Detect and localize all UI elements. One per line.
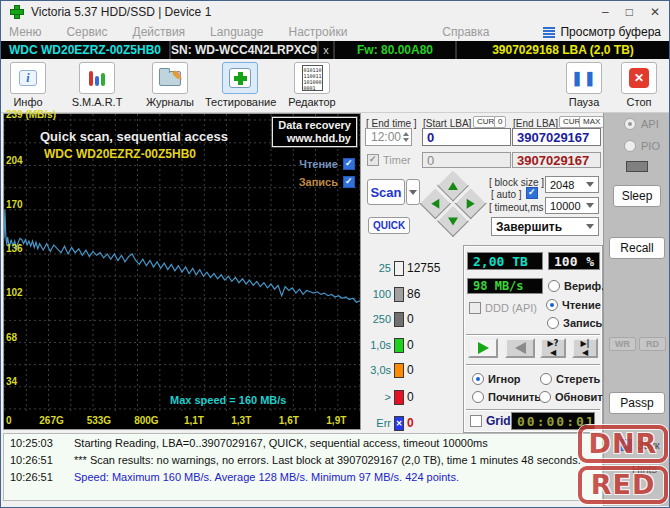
down-arrow-icon [448, 217, 458, 225]
recall-button[interactable]: Recall [609, 237, 665, 259]
menu-item-actions[interactable]: Действия [133, 25, 186, 39]
back-button[interactable] [505, 338, 535, 358]
y-axis-tick: 136 [6, 243, 23, 254]
start-lba-zero-button[interactable]: 0 [494, 116, 506, 128]
erase-radio-row: Стереть [540, 373, 600, 385]
menu-item-language[interactable]: Language [210, 25, 263, 39]
speed-lcd: 98 MB/s [467, 278, 543, 294]
end-time-spinner[interactable]: 12:00 [365, 128, 412, 146]
auto-checkbox[interactable] [526, 187, 538, 199]
api-radio[interactable] [624, 118, 636, 130]
log-panel[interactable]: 10:25:03Starting Reading, LBA=0..3907029… [3, 433, 603, 501]
after-scan-action-select[interactable]: Завершить [491, 217, 599, 236]
x-axis-tick: 1,1T [184, 415, 204, 426]
repair-radio[interactable] [472, 391, 484, 403]
smart-label: S.M.A.R.T [72, 96, 123, 108]
repair-radio-row: Починить [472, 391, 541, 403]
verify-radio[interactable] [548, 280, 560, 292]
y-axis-tick: 239 (MB/s) [6, 109, 56, 120]
log-message: Starting Reading, LBA=0..3907029167, QUI… [74, 437, 488, 449]
menu-item-settings[interactable]: Настройки [289, 25, 348, 39]
write-mode-label: Запись [563, 317, 602, 329]
read-radio-row: Чтение [546, 299, 601, 311]
logs-label: Журналы [146, 96, 194, 108]
left-arrow-icon [431, 198, 439, 208]
read-checkbox[interactable] [343, 158, 355, 170]
quick-button[interactable]: QUICK [368, 217, 410, 234]
counter-label: 100 [365, 288, 391, 300]
grid-checkbox[interactable] [470, 415, 482, 427]
counter-label: 25 [365, 262, 391, 274]
scan-button[interactable]: Scan [367, 179, 405, 205]
divider [466, 364, 600, 366]
auto-label: [ auto ] [491, 189, 522, 200]
editor-button[interactable]: 010110 110011 101000 0001 Редактор [283, 62, 341, 108]
write-radio[interactable] [547, 317, 559, 329]
divider [466, 334, 600, 336]
read-radio[interactable] [546, 299, 558, 311]
y-axis-tick: 170 [6, 199, 23, 210]
stop-button[interactable]: ✕ Стоп [614, 62, 664, 108]
latency-block-icon [394, 363, 404, 378]
refresh-radio[interactable] [539, 391, 551, 403]
buffer-list-icon [543, 27, 555, 38]
ignore-label: Игнор [488, 373, 521, 385]
x-axis-tick: 1,6T [279, 415, 299, 426]
timer-checkbox[interactable] [367, 154, 379, 166]
menu-item-service[interactable]: Сервис [66, 25, 107, 39]
counter-label: Err [365, 417, 391, 429]
info-label: Инфо [13, 96, 42, 108]
counter-value: 0 [407, 390, 414, 404]
toolbar: i Инфо S.M.A.R.T ✎ Журналы Тестирование … [1, 59, 669, 113]
ignore-radio[interactable] [472, 373, 484, 385]
latency-counter-row: 2500 [365, 311, 414, 327]
x-axis-tick: 267G [39, 415, 63, 426]
write-label: Запись [299, 176, 338, 188]
error-block-icon: ✕ [394, 416, 404, 431]
end-lba-max-button[interactable]: MAX [579, 116, 604, 128]
block-size-select[interactable]: 2048 [545, 176, 599, 193]
log-row: 10:26:51Speed: Maximum 160 MB/s. Average… [4, 468, 602, 485]
ddd-checkbox[interactable] [469, 302, 481, 314]
start-lba-input[interactable]: 0 [422, 128, 511, 146]
maximize-button[interactable]: □ [626, 5, 633, 19]
right-sidebar: API PIO Sleep Recall WR RD Passp Звук Hi… [603, 113, 669, 506]
api-label: API [641, 118, 659, 130]
info-button[interactable]: i Инфо [5, 62, 51, 108]
play-button[interactable] [468, 338, 498, 358]
smart-button[interactable]: S.M.A.R.T [67, 62, 127, 108]
end-lba-input[interactable]: 3907029167 [512, 128, 601, 146]
pio-label: PIO [641, 140, 660, 152]
capacity-lcd: 2,00 TB [467, 252, 543, 270]
passp-button[interactable]: Passp [609, 392, 665, 414]
timer-label: Timer [383, 154, 411, 166]
pio-radio[interactable] [624, 140, 636, 152]
verify-radio-row: Вериф. [548, 280, 604, 292]
seek-test-button[interactable]: ▶?◀ [540, 338, 566, 358]
rd-button[interactable]: RD [639, 337, 666, 351]
buffer-view-button[interactable]: Просмотр буфера [543, 25, 661, 39]
timeout-select[interactable]: 10000 [545, 197, 599, 214]
minimize-button[interactable]: – [602, 5, 609, 19]
menu-item-menu[interactable]: Меню [9, 25, 41, 39]
menu-item-help[interactable]: Справка [442, 25, 489, 39]
latency-counter-row: 3,0s0 [365, 362, 414, 378]
chevron-down-icon [586, 224, 594, 229]
erase-radio[interactable] [540, 373, 552, 385]
logs-button[interactable]: ✎ Журналы [139, 62, 201, 108]
sound-checkbox[interactable] [620, 439, 632, 451]
start-lba-current-field: 0 [422, 152, 511, 168]
ddd-label: DDD (API) [485, 302, 537, 314]
wr-button[interactable]: WR [609, 337, 636, 351]
pause-button[interactable]: ❚❚ Пауза [559, 62, 609, 108]
log-time: 10:26:51 [10, 454, 62, 466]
scan-dropdown-button[interactable] [406, 179, 420, 205]
testing-button[interactable]: Тестирование [205, 62, 275, 108]
sleep-button[interactable]: Sleep [613, 185, 661, 207]
grid-checkbox-row: Grid [470, 414, 511, 428]
close-button[interactable]: ✕ [650, 5, 660, 19]
skip-end-button[interactable]: ▶|◀ [572, 338, 598, 358]
spinner-arrows-icon[interactable] [403, 132, 409, 142]
write-checkbox[interactable] [343, 176, 355, 188]
seek-icon: ▶?◀ [548, 339, 559, 357]
